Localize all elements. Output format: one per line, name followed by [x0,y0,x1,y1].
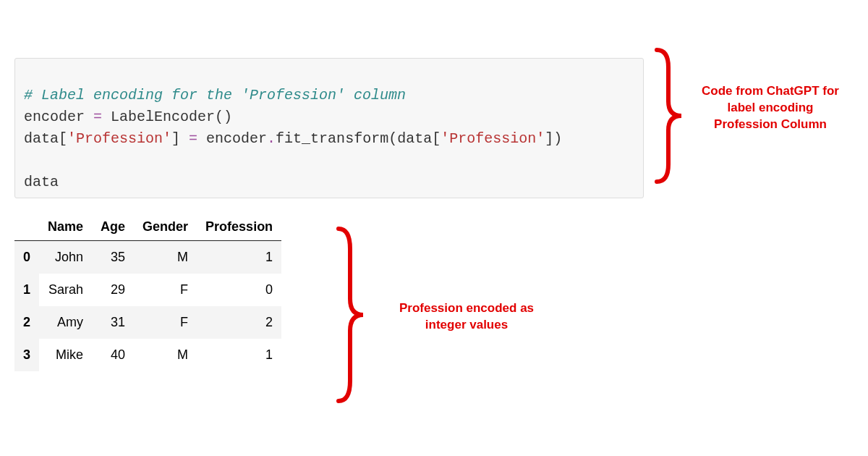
cell-name: John [39,241,92,274]
code-block: # Label encoding for the 'Profession' co… [14,58,644,198]
table-row: 1 Sarah 29 F 0 [14,274,281,306]
cell-gender: F [134,274,197,306]
code-comment: # Label encoding for the 'Profession' co… [24,87,406,104]
cell-name: Mike [39,339,92,371]
row-index: 0 [14,241,39,274]
col-profession: Profession [197,214,281,241]
col-name: Name [39,214,92,241]
dataframe-output: Name Age Gender Profession 0 John 35 M 1… [14,214,333,371]
col-gender: Gender [134,214,197,241]
code-s1: 'Profession' [67,130,171,147]
code-line3c: encoder [197,130,267,147]
annotation-right: Code from ChatGPT for label encoding Pro… [694,83,846,133]
code-line2a: encoder [24,109,93,125]
cell-age: 29 [92,274,134,306]
code-fn: fit_transform(data[ [276,130,441,147]
code-dot: . [267,130,276,147]
dataframe-table: Name Age Gender Profession 0 John 35 M 1… [14,214,281,371]
code-line2b: LabelEncoder() [102,109,232,125]
table-corner [14,214,39,241]
cell-profession: 0 [197,274,281,306]
row-index: 1 [14,274,39,306]
cell-age: 31 [92,306,134,339]
cell-gender: M [134,339,197,371]
code-line5: data [24,174,59,190]
table-row: 3 Mike 40 M 1 [14,339,281,371]
table-header-row: Name Age Gender Profession [14,214,281,241]
cell-name: Sarah [39,274,92,306]
row-index: 3 [14,339,39,371]
table-row: 2 Amy 31 F 2 [14,306,281,339]
code-end: ]) [545,130,562,147]
code-op2: = [93,109,102,125]
code-op3: = [189,130,197,147]
cell-age: 40 [92,339,134,371]
cell-gender: M [134,241,197,274]
cell-profession: 1 [197,241,281,274]
cell-gender: F [134,306,197,339]
col-age: Age [92,214,134,241]
cell-name: Amy [39,306,92,339]
code-line3b: ] [171,130,189,147]
row-index: 2 [14,306,39,339]
brace-annotation-right [651,47,687,185]
table-row: 0 John 35 M 1 [14,241,281,274]
cell-profession: 2 [197,306,281,339]
annotation-bottom: Profession encoded as integer values [383,300,550,334]
code-line3a: data[ [24,130,67,147]
brace-annotation-bottom [333,224,369,405]
code-s2: 'Profession' [441,130,545,147]
cell-age: 35 [92,241,134,274]
cell-profession: 1 [197,339,281,371]
